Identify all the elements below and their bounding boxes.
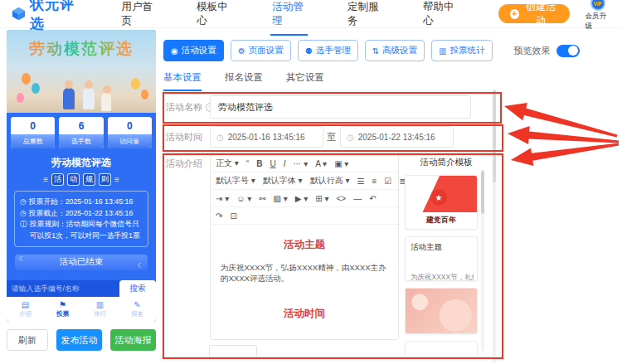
create-activity-button[interactable]: + 创建活动 [498,4,570,23]
activity-name-input[interactable]: 劳动模范评选 [210,95,471,119]
footer-tab-label: 介绍 [19,310,32,318]
ordered-list-button[interactable]: ≡ [372,177,377,186]
table-dropdown[interactable]: ⊞ ▾ [315,194,328,203]
badge-char: 动 [67,173,80,186]
poster-title: 劳动模范评选 [7,38,156,60]
template-card-party-centenary[interactable]: ★ 建党百年 [405,175,478,230]
subtab-other-settings[interactable]: 其它设置 [286,71,324,91]
template-card-partial[interactable] [405,341,478,355]
tab-player-management[interactable]: ⚉ 选手管理 [298,40,358,61]
activity-poster-button[interactable]: 活动海报 [110,329,156,351]
subtab-basic-settings[interactable]: 基本设置 [163,71,202,91]
start-time-value: 2025-01-16 13:45:16 [228,133,305,142]
activity-name-label: 活动名称 ? [166,101,215,114]
font-size-dropdown[interactable]: 默认字号 ▾ [216,175,255,187]
preview-effect-toggle[interactable] [556,45,580,57]
todo-list-button[interactable]: ☑ [384,177,391,186]
indent-dropdown[interactable]: ⇥ ▾ [216,194,229,203]
rule-vote-policy: ⓘ 投票规则：活动期间每个微信号只可以投1次，可以对同一选手投1票 [20,219,143,241]
editor-content-area[interactable]: 活动主题 为庆祝XXXX节，弘扬XXXX精神，由XXXX主办的XXXX评选活动。… [211,225,398,338]
preview-footer-nav: ▤ 介绍 ⚑ 投票 ▥ 排行 ✎ 报名 [7,297,156,322]
footer-tab-ranking[interactable]: ▥ 排行 [81,297,119,322]
bullet-list-button[interactable]: ☰ [357,177,364,186]
chart-icon: ▥ [96,300,104,309]
template-panel-scrollbar-thumb[interactable] [481,171,484,214]
stat-player-count: 6 选手数 [59,117,103,148]
nav-item-activity-management[interactable]: 活动管理 [270,0,308,36]
tab-activity-settings[interactable]: ◉ 活动设置 [163,40,224,61]
code-button[interactable]: <> [337,194,347,203]
editor-toolbar-row2: 默认字号 ▾ 默认字体 ▾ 默认行高 ▾ ☰ ≡ ☑ ≣ ▾ [211,172,398,190]
preview-toggle-group: 预览效果 [514,45,580,57]
video-dropdown[interactable]: ▶ ▾ [295,194,309,203]
balloon-decoration [22,73,31,85]
label-text: 活动名称 [166,101,202,114]
template-card-activity-topic[interactable]: 活动主题 为庆祝XXXX节，礼炮 [405,236,478,281]
redo-button[interactable]: ↷ [216,211,222,221]
badge-char: 则 [99,173,111,186]
cube-logo-icon [12,6,26,22]
tab-page-settings[interactable]: ⚙ 页面设置 [231,40,291,61]
template-thumbnail-red: ★ [406,176,477,212]
rule-vote-end: ◷ 投票截止：2025-01-22 13:45:16 [20,208,143,220]
subtab-signup-settings[interactable]: 报名设置 [225,71,263,91]
paragraph-style-dropdown[interactable]: 正文 ▾ [216,158,239,169]
nav-item-user-home[interactable]: 用户首页 [119,0,157,36]
balloon-decoration [17,93,24,103]
app-logo[interactable]: 状元评选 [12,0,83,33]
editor-word-count-box [209,345,257,358]
font-color-dropdown[interactable]: A ▾ [315,159,327,168]
editor-heading-time: 活动时间 [221,307,388,321]
publish-activity-button[interactable]: 发布活动 [56,329,102,351]
clock-icon: ◷ [20,197,27,208]
preview-toggle-label: 预览效果 [514,45,551,57]
template-panel-title: 活动简介模板 [403,157,489,168]
people-icon: ⚉ [305,46,313,56]
nav-item-template-center[interactable]: 模板中心 [195,0,232,36]
member-upgrade[interactable]: VIP 会员升级 [585,0,610,32]
nav-item-custom-service[interactable]: 定制服务 [346,0,383,36]
footer-tab-vote[interactable]: ⚑ 投票 [44,297,81,322]
page-scrollbar-thumb[interactable] [493,90,496,182]
blockquote-button[interactable]: “ [246,159,249,168]
stat-value: 0 [108,117,152,134]
bold-button[interactable]: B [256,159,262,168]
start-time-input[interactable]: ◷ 2025-01-16 13:45:16 [210,126,323,148]
label-text: 活动时间 [166,131,202,143]
balloon-decoration [141,90,148,99]
tab-advanced-settings[interactable]: ⇅ 高级设置 [365,40,425,61]
moon-icon: ☾ [138,262,143,269]
activity-intro-label: 活动介绍 [166,158,202,170]
template-card-pink-illustration[interactable] [405,288,478,334]
vip-badge-icon: VIP [590,0,605,11]
image-dropdown[interactable]: ▧ ▾ [274,194,288,203]
player-search-button[interactable]: 搜索 [119,280,156,297]
undo-button[interactable]: ↶ [369,194,376,203]
footer-tab-signup[interactable]: ✎ 报名 [119,297,156,322]
template-caption: 建党百年 [406,212,477,229]
line-height-dropdown[interactable]: 默认行高 ▾ [310,175,350,187]
link-button[interactable]: ⚯ [259,194,265,203]
fullscreen-button[interactable]: ⊡ [230,211,236,221]
font-family-dropdown[interactable]: 默认字体 ▾ [263,175,303,187]
refresh-button[interactable]: 刷新 [7,329,48,351]
activity-time-label: 活动时间 [166,131,202,143]
tab-vote-statistics[interactable]: ▥ 投票统计 [431,40,492,61]
divider-button[interactable]: — [353,194,362,203]
end-time-value: 2025-01-22 13:45:16 [358,133,435,142]
badge-decoration: ≡ [114,175,119,184]
underline-button[interactable]: U [270,159,275,168]
more-styles-dropdown[interactable]: ⋯ ▾ [293,159,308,168]
activity-ended-banner[interactable]: ☾ 活动已结束 ☾ [15,255,148,270]
player-search-input[interactable]: 请输入选手编号/名称 [7,280,119,297]
moon-icon: ☾ [19,255,25,263]
italic-button[interactable]: I [284,159,286,168]
nav-item-help-center[interactable]: 帮助中心 [421,0,459,36]
rule-text: 投票截止：2025-01-22 13:45:16 [29,208,134,220]
footer-tab-intro[interactable]: ▤ 介绍 [7,297,44,322]
highlight-color-dropdown[interactable]: ▣ ▾ [334,159,348,168]
clock-icon: ◷ [20,208,27,220]
end-time-input[interactable]: ◷ 2025-01-22 13:45:16 [340,126,454,148]
emoji-dropdown[interactable]: ☺ ▾ [236,194,251,203]
editor-toolbar-row4: ↷ ⊡ [211,207,398,225]
